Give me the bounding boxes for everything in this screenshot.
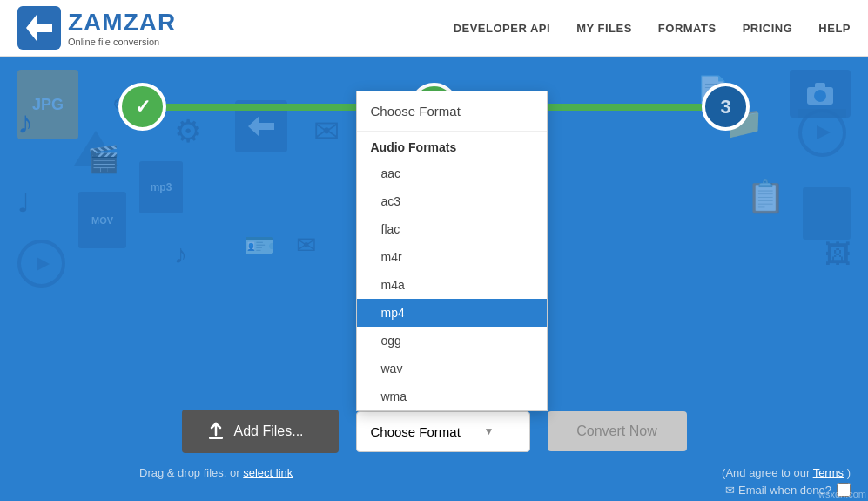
bg-envelope2-icon: ✉ bbox=[296, 231, 316, 260]
convert-now-button[interactable]: Convert Now bbox=[548, 411, 687, 451]
nav-help[interactable]: HELP bbox=[818, 22, 851, 35]
dropdown-title: Choose Format bbox=[357, 91, 547, 132]
terms-text: (And agree to our Terms ) bbox=[722, 466, 851, 479]
drag-drop-text: Drag & drop files, or select link bbox=[139, 466, 293, 479]
add-files-label: Add Files... bbox=[234, 423, 304, 439]
format-m4a[interactable]: m4a bbox=[357, 271, 547, 299]
main-nav: DEVELOPER API MY FILES FORMATS PRICING H… bbox=[454, 22, 851, 35]
watermark: wsxdn.com bbox=[818, 489, 866, 499]
bg-mp3-icon: mp3 bbox=[139, 161, 183, 213]
bg-music2-icon: ♩ bbox=[17, 187, 30, 218]
upload-icon bbox=[206, 422, 225, 441]
nav-developer-api[interactable]: DEVELOPER API bbox=[454, 22, 550, 35]
header: ZAMZAR Online file conversion DEVELOPER … bbox=[0, 0, 868, 57]
agree-close: ) bbox=[847, 466, 851, 479]
format-select-label: Choose Format bbox=[371, 424, 461, 439]
logo-icon bbox=[17, 6, 61, 50]
format-wma[interactable]: wma bbox=[357, 383, 547, 410]
format-ogg[interactable]: ogg bbox=[357, 327, 547, 355]
bg-speaker-icon: ♪ bbox=[174, 240, 187, 269]
bg-play2-icon bbox=[17, 240, 65, 288]
agree-text: (And agree to our bbox=[722, 466, 810, 479]
step-3: 3 bbox=[702, 83, 750, 131]
add-files-button[interactable]: Add Files... bbox=[182, 410, 339, 453]
bg-clipboard-icon: 📋 bbox=[746, 179, 785, 215]
select-link[interactable]: select link bbox=[243, 466, 293, 479]
drag-text-label: Drag & drop files, or bbox=[139, 466, 240, 479]
bg-film-icon: 🎬 bbox=[87, 144, 119, 174]
chevron-down-icon: ▼ bbox=[484, 425, 495, 437]
controls-row: Add Files... Choose Format Audio Formats… bbox=[0, 410, 868, 453]
email-label: ✉ Email when done? bbox=[725, 484, 831, 497]
bg-bag-icon bbox=[803, 187, 851, 240]
main-content: JPG ♪ ✏ ⚙ ✉ 🎬 📁 📄 mp3 bbox=[0, 57, 868, 501]
bg-mov-icon: MOV bbox=[78, 192, 126, 248]
svg-marker-8 bbox=[37, 257, 50, 271]
nav-my-files[interactable]: MY FILES bbox=[576, 22, 632, 35]
format-dropdown: Choose Format Audio Formats aac ac3 flac… bbox=[356, 91, 548, 411]
format-aac[interactable]: aac bbox=[357, 159, 547, 187]
terms-link[interactable]: Terms bbox=[813, 466, 844, 479]
nav-pricing[interactable]: PRICING bbox=[743, 22, 793, 35]
format-select-button[interactable]: Choose Format ▼ bbox=[356, 411, 530, 452]
svg-rect-9 bbox=[209, 437, 223, 439]
logo: ZAMZAR Online file conversion bbox=[17, 6, 176, 50]
format-wav[interactable]: wav bbox=[357, 355, 547, 383]
logo-tagline: Online file conversion bbox=[68, 37, 176, 47]
nav-formats[interactable]: FORMATS bbox=[658, 22, 717, 35]
convert-label: Convert Now bbox=[576, 423, 656, 438]
format-m4r[interactable]: m4r bbox=[357, 243, 547, 271]
logo-name: ZAMZAR bbox=[68, 9, 176, 37]
bg-id-icon: 🪪 bbox=[244, 231, 274, 260]
format-mp4[interactable]: mp4 bbox=[357, 299, 547, 327]
format-selector-wrapper: Choose Format Audio Formats aac ac3 flac… bbox=[356, 411, 530, 452]
audio-formats-header: Audio Formats bbox=[357, 132, 547, 159]
bg-image-icon: 🖼 bbox=[824, 240, 851, 269]
step-1: ✓ bbox=[118, 83, 166, 131]
logo-text: ZAMZAR Online file conversion bbox=[68, 9, 176, 47]
format-flac[interactable]: flac bbox=[357, 215, 547, 243]
format-ac3[interactable]: ac3 bbox=[357, 187, 547, 215]
